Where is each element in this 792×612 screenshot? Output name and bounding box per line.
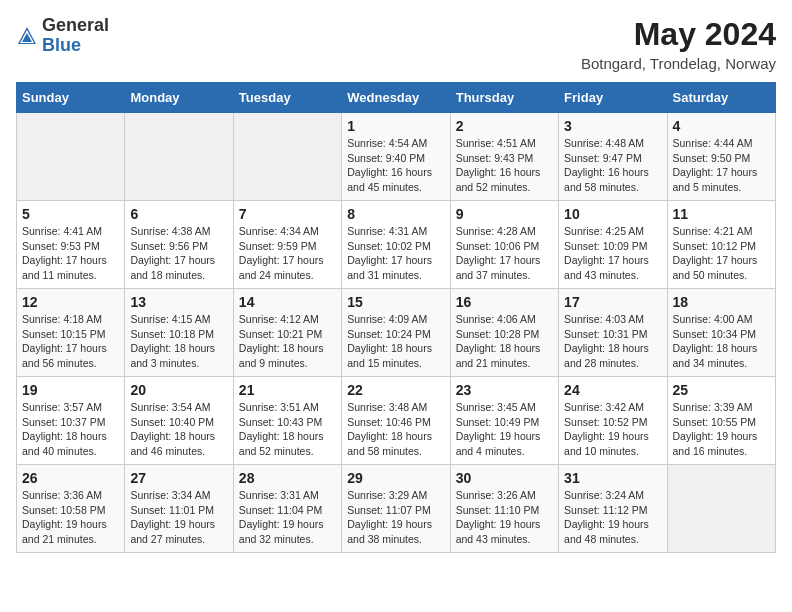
day-number: 10 — [564, 206, 661, 222]
calendar-week-row: 1Sunrise: 4:54 AM Sunset: 9:40 PM Daylig… — [17, 113, 776, 201]
calendar-cell: 4Sunrise: 4:44 AM Sunset: 9:50 PM Daylig… — [667, 113, 775, 201]
calendar-cell: 23Sunrise: 3:45 AM Sunset: 10:49 PM Dayl… — [450, 377, 558, 465]
day-number: 13 — [130, 294, 227, 310]
day-info: Sunrise: 4:09 AM Sunset: 10:24 PM Daylig… — [347, 312, 444, 371]
day-info: Sunrise: 3:48 AM Sunset: 10:46 PM Daylig… — [347, 400, 444, 459]
calendar-cell — [17, 113, 125, 201]
calendar-cell — [667, 465, 775, 553]
day-number: 31 — [564, 470, 661, 486]
day-info: Sunrise: 4:18 AM Sunset: 10:15 PM Daylig… — [22, 312, 119, 371]
calendar-subtitle: Botngard, Trondelag, Norway — [581, 55, 776, 72]
day-info: Sunrise: 4:25 AM Sunset: 10:09 PM Daylig… — [564, 224, 661, 283]
weekday-header: Sunday — [17, 83, 125, 113]
day-info: Sunrise: 3:31 AM Sunset: 11:04 PM Daylig… — [239, 488, 336, 547]
calendar-cell: 14Sunrise: 4:12 AM Sunset: 10:21 PM Dayl… — [233, 289, 341, 377]
logo: General Blue — [16, 16, 109, 56]
weekday-header: Friday — [559, 83, 667, 113]
calendar-cell: 1Sunrise: 4:54 AM Sunset: 9:40 PM Daylig… — [342, 113, 450, 201]
day-info: Sunrise: 3:51 AM Sunset: 10:43 PM Daylig… — [239, 400, 336, 459]
calendar-cell: 24Sunrise: 3:42 AM Sunset: 10:52 PM Dayl… — [559, 377, 667, 465]
weekday-header: Tuesday — [233, 83, 341, 113]
calendar-cell: 3Sunrise: 4:48 AM Sunset: 9:47 PM Daylig… — [559, 113, 667, 201]
day-number: 16 — [456, 294, 553, 310]
page-header: General Blue May 2024 Botngard, Trondela… — [16, 16, 776, 72]
day-info: Sunrise: 3:54 AM Sunset: 10:40 PM Daylig… — [130, 400, 227, 459]
calendar-cell: 9Sunrise: 4:28 AM Sunset: 10:06 PM Dayli… — [450, 201, 558, 289]
weekday-header: Thursday — [450, 83, 558, 113]
day-number: 15 — [347, 294, 444, 310]
day-info: Sunrise: 3:29 AM Sunset: 11:07 PM Daylig… — [347, 488, 444, 547]
day-info: Sunrise: 3:34 AM Sunset: 11:01 PM Daylig… — [130, 488, 227, 547]
day-number: 25 — [673, 382, 770, 398]
calendar-header: SundayMondayTuesdayWednesdayThursdayFrid… — [17, 83, 776, 113]
day-info: Sunrise: 3:39 AM Sunset: 10:55 PM Daylig… — [673, 400, 770, 459]
day-info: Sunrise: 4:00 AM Sunset: 10:34 PM Daylig… — [673, 312, 770, 371]
day-info: Sunrise: 4:38 AM Sunset: 9:56 PM Dayligh… — [130, 224, 227, 283]
day-number: 20 — [130, 382, 227, 398]
day-number: 14 — [239, 294, 336, 310]
day-number: 4 — [673, 118, 770, 134]
day-number: 9 — [456, 206, 553, 222]
calendar-cell: 30Sunrise: 3:26 AM Sunset: 11:10 PM Dayl… — [450, 465, 558, 553]
weekday-row: SundayMondayTuesdayWednesdayThursdayFrid… — [17, 83, 776, 113]
day-number: 3 — [564, 118, 661, 134]
day-info: Sunrise: 3:24 AM Sunset: 11:12 PM Daylig… — [564, 488, 661, 547]
logo-text: General Blue — [42, 16, 109, 56]
calendar-cell: 6Sunrise: 4:38 AM Sunset: 9:56 PM Daylig… — [125, 201, 233, 289]
day-number: 22 — [347, 382, 444, 398]
calendar-cell: 10Sunrise: 4:25 AM Sunset: 10:09 PM Dayl… — [559, 201, 667, 289]
day-info: Sunrise: 4:06 AM Sunset: 10:28 PM Daylig… — [456, 312, 553, 371]
day-info: Sunrise: 4:28 AM Sunset: 10:06 PM Daylig… — [456, 224, 553, 283]
calendar-cell: 20Sunrise: 3:54 AM Sunset: 10:40 PM Dayl… — [125, 377, 233, 465]
calendar-cell: 21Sunrise: 3:51 AM Sunset: 10:43 PM Dayl… — [233, 377, 341, 465]
day-number: 19 — [22, 382, 119, 398]
day-number: 29 — [347, 470, 444, 486]
calendar-cell: 8Sunrise: 4:31 AM Sunset: 10:02 PM Dayli… — [342, 201, 450, 289]
calendar-cell: 31Sunrise: 3:24 AM Sunset: 11:12 PM Dayl… — [559, 465, 667, 553]
day-number: 18 — [673, 294, 770, 310]
day-info: Sunrise: 4:15 AM Sunset: 10:18 PM Daylig… — [130, 312, 227, 371]
calendar-cell: 25Sunrise: 3:39 AM Sunset: 10:55 PM Dayl… — [667, 377, 775, 465]
day-number: 12 — [22, 294, 119, 310]
day-number: 7 — [239, 206, 336, 222]
calendar-cell: 16Sunrise: 4:06 AM Sunset: 10:28 PM Dayl… — [450, 289, 558, 377]
weekday-header: Wednesday — [342, 83, 450, 113]
day-number: 30 — [456, 470, 553, 486]
logo-icon — [16, 25, 38, 47]
day-info: Sunrise: 3:45 AM Sunset: 10:49 PM Daylig… — [456, 400, 553, 459]
day-info: Sunrise: 4:21 AM Sunset: 10:12 PM Daylig… — [673, 224, 770, 283]
calendar-cell: 12Sunrise: 4:18 AM Sunset: 10:15 PM Dayl… — [17, 289, 125, 377]
calendar-week-row: 12Sunrise: 4:18 AM Sunset: 10:15 PM Dayl… — [17, 289, 776, 377]
day-number: 5 — [22, 206, 119, 222]
calendar-cell: 13Sunrise: 4:15 AM Sunset: 10:18 PM Dayl… — [125, 289, 233, 377]
day-info: Sunrise: 4:51 AM Sunset: 9:43 PM Dayligh… — [456, 136, 553, 195]
day-number: 2 — [456, 118, 553, 134]
calendar-cell: 26Sunrise: 3:36 AM Sunset: 10:58 PM Dayl… — [17, 465, 125, 553]
day-info: Sunrise: 4:44 AM Sunset: 9:50 PM Dayligh… — [673, 136, 770, 195]
calendar-cell: 22Sunrise: 3:48 AM Sunset: 10:46 PM Dayl… — [342, 377, 450, 465]
day-number: 21 — [239, 382, 336, 398]
day-info: Sunrise: 4:41 AM Sunset: 9:53 PM Dayligh… — [22, 224, 119, 283]
calendar-cell: 2Sunrise: 4:51 AM Sunset: 9:43 PM Daylig… — [450, 113, 558, 201]
calendar-cell: 29Sunrise: 3:29 AM Sunset: 11:07 PM Dayl… — [342, 465, 450, 553]
day-info: Sunrise: 3:26 AM Sunset: 11:10 PM Daylig… — [456, 488, 553, 547]
day-number: 28 — [239, 470, 336, 486]
calendar-week-row: 26Sunrise: 3:36 AM Sunset: 10:58 PM Dayl… — [17, 465, 776, 553]
day-info: Sunrise: 4:31 AM Sunset: 10:02 PM Daylig… — [347, 224, 444, 283]
day-info: Sunrise: 3:42 AM Sunset: 10:52 PM Daylig… — [564, 400, 661, 459]
day-number: 17 — [564, 294, 661, 310]
day-number: 23 — [456, 382, 553, 398]
day-number: 24 — [564, 382, 661, 398]
day-number: 27 — [130, 470, 227, 486]
calendar-cell: 28Sunrise: 3:31 AM Sunset: 11:04 PM Dayl… — [233, 465, 341, 553]
calendar-week-row: 5Sunrise: 4:41 AM Sunset: 9:53 PM Daylig… — [17, 201, 776, 289]
calendar-cell: 7Sunrise: 4:34 AM Sunset: 9:59 PM Daylig… — [233, 201, 341, 289]
calendar-table: SundayMondayTuesdayWednesdayThursdayFrid… — [16, 82, 776, 553]
day-info: Sunrise: 3:36 AM Sunset: 10:58 PM Daylig… — [22, 488, 119, 547]
calendar-cell: 27Sunrise: 3:34 AM Sunset: 11:01 PM Dayl… — [125, 465, 233, 553]
calendar-cell: 5Sunrise: 4:41 AM Sunset: 9:53 PM Daylig… — [17, 201, 125, 289]
calendar-cell: 11Sunrise: 4:21 AM Sunset: 10:12 PM Dayl… — [667, 201, 775, 289]
calendar-cell — [125, 113, 233, 201]
day-number: 6 — [130, 206, 227, 222]
calendar-week-row: 19Sunrise: 3:57 AM Sunset: 10:37 PM Dayl… — [17, 377, 776, 465]
